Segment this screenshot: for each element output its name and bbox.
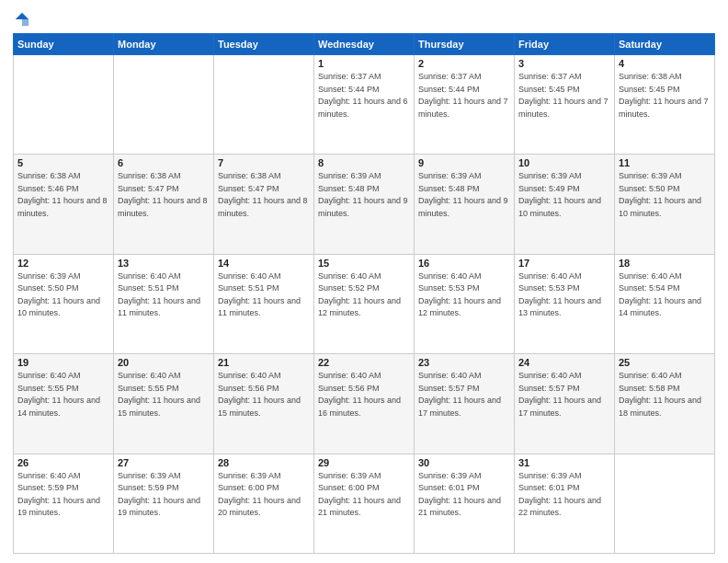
- day-number: 19: [17, 357, 109, 368]
- day-info: Sunrise: 6:40 AM Sunset: 5:58 PM Dayligh…: [619, 370, 711, 419]
- day-info: Sunrise: 6:38 AM Sunset: 5:47 PM Dayligh…: [118, 170, 210, 220]
- day-info: Sunrise: 6:40 AM Sunset: 5:57 PM Dayligh…: [418, 370, 510, 419]
- day-info: Sunrise: 6:38 AM Sunset: 5:47 PM Dayligh…: [218, 170, 310, 220]
- calendar-cell: 29Sunrise: 6:39 AM Sunset: 6:00 PM Dayli…: [314, 454, 415, 553]
- calendar-cell: 8Sunrise: 6:39 AM Sunset: 5:48 PM Daylig…: [314, 155, 415, 254]
- calendar-cell: 23Sunrise: 6:40 AM Sunset: 5:57 PM Dayli…: [415, 354, 515, 454]
- day-number: 29: [318, 457, 410, 468]
- weekday-header-friday: Friday: [515, 34, 615, 55]
- day-info: Sunrise: 6:39 AM Sunset: 5:49 PM Dayligh…: [518, 170, 610, 220]
- calendar-cell: 4Sunrise: 6:38 AM Sunset: 5:45 PM Daylig…: [615, 55, 715, 155]
- day-number: 7: [218, 157, 310, 168]
- day-number: 11: [619, 157, 711, 168]
- calendar-table: SundayMondayTuesdayWednesdayThursdayFrid…: [13, 33, 715, 554]
- day-info: Sunrise: 6:39 AM Sunset: 5:50 PM Dayligh…: [619, 170, 711, 220]
- calendar-cell: 15Sunrise: 6:40 AM Sunset: 5:52 PM Dayli…: [314, 254, 415, 353]
- day-number: 30: [418, 457, 510, 468]
- calendar-cell: 13Sunrise: 6:40 AM Sunset: 5:51 PM Dayli…: [114, 254, 214, 353]
- day-number: 10: [518, 157, 610, 168]
- calendar-week-4: 19Sunrise: 6:40 AM Sunset: 5:55 PM Dayli…: [14, 354, 715, 454]
- day-number: 31: [518, 457, 610, 468]
- calendar-week-1: 1Sunrise: 6:37 AM Sunset: 5:44 PM Daylig…: [14, 55, 715, 155]
- day-info: Sunrise: 6:40 AM Sunset: 5:53 PM Dayligh…: [518, 270, 610, 320]
- day-info: Sunrise: 6:39 AM Sunset: 5:50 PM Dayligh…: [17, 270, 109, 320]
- day-number: 26: [17, 457, 109, 468]
- weekday-header-tuesday: Tuesday: [214, 34, 314, 55]
- weekday-header-row: SundayMondayTuesdayWednesdayThursdayFrid…: [14, 34, 715, 55]
- day-info: Sunrise: 6:40 AM Sunset: 5:55 PM Dayligh…: [17, 370, 109, 419]
- calendar-cell: 14Sunrise: 6:40 AM Sunset: 5:51 PM Dayli…: [214, 254, 314, 353]
- day-number: 27: [118, 457, 210, 468]
- day-number: 4: [619, 58, 711, 69]
- header: [13, 11, 715, 28]
- svg-marker-0: [16, 13, 28, 19]
- calendar-cell: [14, 55, 114, 155]
- day-number: 20: [118, 357, 210, 368]
- calendar-cell: 21Sunrise: 6:40 AM Sunset: 5:56 PM Dayli…: [214, 354, 314, 454]
- calendar-cell: 5Sunrise: 6:38 AM Sunset: 5:46 PM Daylig…: [14, 155, 114, 254]
- day-number: 3: [518, 58, 610, 69]
- weekday-header-monday: Monday: [114, 34, 214, 55]
- day-info: Sunrise: 6:37 AM Sunset: 5:45 PM Dayligh…: [518, 71, 610, 121]
- day-info: Sunrise: 6:40 AM Sunset: 5:52 PM Dayligh…: [318, 270, 410, 320]
- day-info: Sunrise: 6:37 AM Sunset: 5:44 PM Dayligh…: [318, 71, 410, 121]
- day-number: 22: [318, 357, 410, 368]
- day-number: 1: [318, 58, 410, 69]
- calendar-cell: 10Sunrise: 6:39 AM Sunset: 5:49 PM Dayli…: [515, 155, 615, 254]
- day-info: Sunrise: 6:39 AM Sunset: 5:48 PM Dayligh…: [418, 170, 510, 220]
- calendar-cell: 22Sunrise: 6:40 AM Sunset: 5:56 PM Dayli…: [314, 354, 415, 454]
- weekday-header-sunday: Sunday: [14, 34, 114, 55]
- day-number: 23: [418, 357, 510, 368]
- day-info: Sunrise: 6:40 AM Sunset: 5:57 PM Dayligh…: [518, 370, 610, 419]
- weekday-header-wednesday: Wednesday: [314, 34, 415, 55]
- day-number: 6: [118, 157, 210, 168]
- day-number: 24: [518, 357, 610, 368]
- day-info: Sunrise: 6:38 AM Sunset: 5:46 PM Dayligh…: [17, 170, 109, 220]
- day-number: 9: [418, 157, 510, 168]
- calendar-cell: 25Sunrise: 6:40 AM Sunset: 5:58 PM Dayli…: [615, 354, 715, 454]
- day-number: 2: [418, 58, 510, 69]
- day-info: Sunrise: 6:40 AM Sunset: 5:51 PM Dayligh…: [218, 270, 310, 320]
- calendar-week-5: 26Sunrise: 6:40 AM Sunset: 5:59 PM Dayli…: [14, 454, 715, 553]
- calendar-cell: 17Sunrise: 6:40 AM Sunset: 5:53 PM Dayli…: [515, 254, 615, 353]
- day-info: Sunrise: 6:40 AM Sunset: 5:56 PM Dayligh…: [218, 370, 310, 419]
- calendar-cell: 1Sunrise: 6:37 AM Sunset: 5:44 PM Daylig…: [314, 55, 415, 155]
- calendar-cell: 18Sunrise: 6:40 AM Sunset: 5:54 PM Dayli…: [615, 254, 715, 353]
- logo-icon: [14, 11, 30, 28]
- day-info: Sunrise: 6:40 AM Sunset: 5:56 PM Dayligh…: [318, 370, 410, 419]
- page: SundayMondayTuesdayWednesdayThursdayFrid…: [0, 0, 728, 563]
- calendar-cell: 9Sunrise: 6:39 AM Sunset: 5:48 PM Daylig…: [415, 155, 515, 254]
- day-number: 12: [17, 258, 109, 269]
- calendar-cell: 24Sunrise: 6:40 AM Sunset: 5:57 PM Dayli…: [515, 354, 615, 454]
- calendar-cell: 20Sunrise: 6:40 AM Sunset: 5:55 PM Dayli…: [114, 354, 214, 454]
- day-info: Sunrise: 6:39 AM Sunset: 6:01 PM Dayligh…: [418, 470, 510, 520]
- day-info: Sunrise: 6:40 AM Sunset: 5:54 PM Dayligh…: [619, 270, 711, 320]
- calendar-cell: 6Sunrise: 6:38 AM Sunset: 5:47 PM Daylig…: [114, 155, 214, 254]
- day-number: 8: [318, 157, 410, 168]
- calendar-cell: 31Sunrise: 6:39 AM Sunset: 6:01 PM Dayli…: [515, 454, 615, 553]
- calendar-cell: 19Sunrise: 6:40 AM Sunset: 5:55 PM Dayli…: [14, 354, 114, 454]
- svg-marker-1: [22, 19, 28, 26]
- day-info: Sunrise: 6:39 AM Sunset: 5:59 PM Dayligh…: [118, 470, 210, 520]
- calendar-cell: 11Sunrise: 6:39 AM Sunset: 5:50 PM Dayli…: [615, 155, 715, 254]
- calendar-cell: 30Sunrise: 6:39 AM Sunset: 6:01 PM Dayli…: [415, 454, 515, 553]
- calendar-cell: 2Sunrise: 6:37 AM Sunset: 5:44 PM Daylig…: [415, 55, 515, 155]
- day-number: 15: [318, 258, 410, 269]
- weekday-header-thursday: Thursday: [415, 34, 515, 55]
- day-info: Sunrise: 6:37 AM Sunset: 5:44 PM Dayligh…: [418, 71, 510, 121]
- day-info: Sunrise: 6:40 AM Sunset: 5:51 PM Dayligh…: [118, 270, 210, 320]
- day-info: Sunrise: 6:39 AM Sunset: 5:48 PM Dayligh…: [318, 170, 410, 220]
- calendar-cell: 12Sunrise: 6:39 AM Sunset: 5:50 PM Dayli…: [14, 254, 114, 353]
- logo: [13, 11, 32, 28]
- day-info: Sunrise: 6:39 AM Sunset: 6:00 PM Dayligh…: [218, 470, 310, 520]
- day-number: 14: [218, 258, 310, 269]
- calendar-cell: 27Sunrise: 6:39 AM Sunset: 5:59 PM Dayli…: [114, 454, 214, 553]
- day-info: Sunrise: 6:39 AM Sunset: 6:01 PM Dayligh…: [518, 470, 610, 520]
- calendar-cell: [114, 55, 214, 155]
- calendar-week-3: 12Sunrise: 6:39 AM Sunset: 5:50 PM Dayli…: [14, 254, 715, 353]
- day-number: 17: [518, 258, 610, 269]
- day-info: Sunrise: 6:40 AM Sunset: 5:59 PM Dayligh…: [17, 470, 109, 520]
- calendar-cell: 28Sunrise: 6:39 AM Sunset: 6:00 PM Dayli…: [214, 454, 314, 553]
- day-number: 13: [118, 258, 210, 269]
- calendar-cell: 7Sunrise: 6:38 AM Sunset: 5:47 PM Daylig…: [214, 155, 314, 254]
